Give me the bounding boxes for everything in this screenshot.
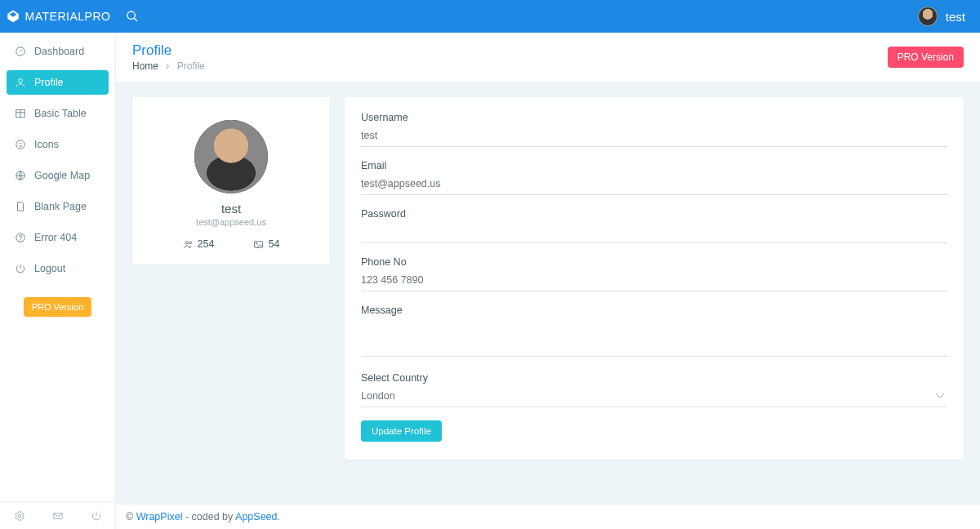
country-select[interactable]: London [361, 385, 947, 407]
svg-point-8 [19, 144, 20, 144]
svg-point-12 [20, 240, 21, 241]
sidebar-item-label: Blank Page [34, 201, 87, 212]
page-header: Profile Home › Profile PRO Version [116, 33, 980, 82]
image-icon [253, 239, 264, 250]
svg-rect-14 [53, 513, 62, 518]
sidebar-item-logout[interactable]: Logout [7, 256, 109, 281]
sidebar-item-label: Google Map [34, 170, 90, 181]
message-input[interactable] [361, 318, 947, 357]
sidebar: Dashboard Profile Basic Table Icons Goog… [0, 33, 116, 529]
user-icon [15, 77, 26, 88]
main-content: Profile Home › Profile PRO Version test … [116, 33, 980, 529]
sidebar-item-icons[interactable]: Icons [7, 132, 109, 157]
phone-label: Phone No [361, 256, 947, 268]
username-input[interactable] [361, 125, 947, 147]
phone-input[interactable] [361, 269, 947, 291]
breadcrumb: Home › Profile [132, 60, 205, 72]
breadcrumb-current: Profile [177, 60, 205, 72]
svg-point-13 [18, 514, 21, 518]
email-label: Email [361, 160, 947, 171]
svg-line-1 [134, 18, 137, 21]
svg-point-7 [16, 140, 25, 149]
help-icon [15, 232, 26, 243]
topbar: MATERIALPRO test [0, 0, 980, 33]
avatar[interactable] [918, 7, 938, 26]
profile-form: Username Email Password Phone No Message [345, 97, 964, 460]
breadcrumb-home[interactable]: Home [132, 60, 158, 72]
mail-icon[interactable] [52, 510, 64, 522]
footer-link-appseed[interactable]: AppSeed [235, 511, 277, 522]
page-title: Profile [132, 42, 205, 59]
profile-email: test@appseed.us [140, 217, 322, 227]
profile-name: test [140, 202, 322, 216]
message-label: Message [361, 305, 947, 316]
pro-version-button[interactable]: PRO Version [888, 47, 964, 68]
sidebar-item-label: Error 404 [34, 232, 77, 243]
footer-link-wrappixel[interactable]: WrapPixel [136, 511, 183, 522]
globe-icon [15, 170, 26, 181]
country-label: Select Country [361, 372, 947, 384]
brand-logo[interactable]: MATERIALPRO [0, 9, 116, 24]
photos-stat: 54 [253, 238, 279, 250]
topbar-username[interactable]: test [946, 10, 965, 24]
sidebar-item-blank-page[interactable]: Blank Page [7, 194, 109, 219]
sidebar-item-label: Profile [34, 77, 63, 88]
password-label: Password [361, 208, 947, 220]
smile-icon [15, 139, 26, 150]
email-input[interactable] [361, 173, 947, 195]
sidebar-pro-button[interactable]: PRO Version [24, 297, 92, 317]
settings-icon[interactable] [14, 510, 25, 522]
sidebar-item-label: Logout [34, 263, 65, 274]
svg-point-16 [189, 241, 191, 243]
brand-text: MATERIALPRO [25, 10, 111, 23]
update-profile-button[interactable]: Update Profile [361, 420, 442, 442]
chevron-right-icon: › [166, 60, 169, 72]
sidebar-item-label: Icons [34, 139, 59, 150]
sidebar-item-basic-table[interactable]: Basic Table [7, 101, 109, 126]
sidebar-footer [0, 501, 115, 529]
search-icon[interactable] [126, 10, 139, 23]
power-icon[interactable] [91, 510, 102, 522]
svg-point-15 [185, 241, 188, 243]
password-input[interactable] [361, 221, 947, 243]
users-icon [183, 239, 194, 250]
svg-point-11 [16, 233, 25, 242]
svg-point-0 [127, 11, 135, 19]
followers-stat: 254 [183, 238, 215, 250]
sidebar-item-dashboard[interactable]: Dashboard [7, 39, 109, 64]
file-icon [15, 201, 26, 212]
svg-point-9 [21, 144, 22, 144]
footer: © WrapPixel - coded by AppSeed. [116, 504, 980, 529]
sidebar-item-google-map[interactable]: Google Map [7, 163, 109, 188]
power-icon [15, 263, 26, 274]
sidebar-item-label: Basic Table [34, 108, 87, 119]
gauge-icon [15, 46, 26, 57]
profile-card: test test@appseed.us 254 54 [132, 97, 330, 264]
profile-avatar [194, 120, 268, 193]
username-label: Username [361, 112, 947, 123]
sidebar-item-error-404[interactable]: Error 404 [7, 225, 109, 250]
svg-point-18 [256, 242, 258, 244]
table-icon [15, 108, 26, 119]
sidebar-item-label: Dashboard [34, 46, 84, 57]
sidebar-item-profile[interactable]: Profile [7, 70, 109, 95]
svg-point-3 [19, 78, 23, 82]
brand-icon [6, 9, 20, 24]
